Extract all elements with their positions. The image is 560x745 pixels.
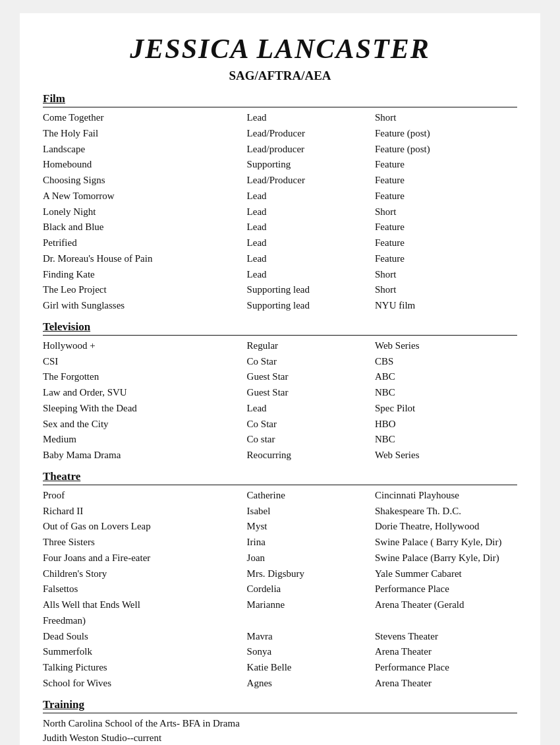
list-item: North Carolina School of the Arts- BFA i… <box>43 716 517 731</box>
training-section-header: Training <box>43 698 517 711</box>
table-row: Come TogetherLeadShort <box>43 110 517 126</box>
table-row: Sleeping With the DeadLeadSpec Pilot <box>43 401 517 417</box>
table-row: Dead SoulsMavraStevens Theater <box>43 629 517 645</box>
table-row: Three SistersIrinaSwine Palace ( Barry K… <box>43 535 517 551</box>
table-row: Girl with SunglassesSupporting leadNYU f… <box>43 298 517 314</box>
film-table: Come TogetherLeadShortThe Holy FailLead/… <box>43 110 517 314</box>
table-row: The ForgottenGuest StarABC <box>43 369 517 385</box>
table-row: ProofCatherineCincinnati Playhouse <box>43 488 517 504</box>
table-row: PetrifiedLeadFeature <box>43 235 517 251</box>
table-row: HomeboundSupportingFeature <box>43 157 517 173</box>
table-row: School for WivesAgnesArena Theater <box>43 676 517 692</box>
table-row: Dr. Moreau's House of PainLeadFeature <box>43 251 517 267</box>
training-block: North Carolina School of the Arts- BFA i… <box>43 716 517 746</box>
table-row: Hollywood +RegularWeb Series <box>43 338 517 354</box>
theatre-table: ProofCatherineCincinnati PlayhouseRichar… <box>43 488 517 692</box>
table-row: Out of Gas on Lovers LeapMystDorie Theat… <box>43 519 517 535</box>
table-row: CSICo StarCBS <box>43 354 517 370</box>
table-row: Freedman) <box>43 613 517 629</box>
table-row: SummerfolkSonyaArena Theater <box>43 644 517 660</box>
table-row: Finding KateLeadShort <box>43 267 517 283</box>
resume-page: JESSICA LANCASTER SAG/AFTRA/AEA Film Com… <box>20 13 540 745</box>
table-row: The Leo ProjectSupporting leadShort <box>43 282 517 298</box>
table-row: Law and Order, SVUGuest StarNBC <box>43 385 517 401</box>
name-title: JESSICA LANCASTER <box>43 33 517 65</box>
theatre-divider <box>43 485 517 485</box>
table-row: The Holy FailLead/ProducerFeature (post) <box>43 126 517 142</box>
television-table: Hollywood +RegularWeb SeriesCSICo StarCB… <box>43 338 517 463</box>
table-row: Alls Well that Ends WellMarianneArena Th… <box>43 597 517 613</box>
table-row: Baby Mama DramaReocurringWeb Series <box>43 448 517 463</box>
table-row: FalsettosCordeliaPerformance Place <box>43 581 517 597</box>
table-row: Black and BlueLeadFeature <box>43 220 517 235</box>
table-row: Richard IIIsabelShakespeare Th. D.C. <box>43 504 517 520</box>
table-row: A New TomorrowLeadFeature <box>43 189 517 204</box>
table-row: LandscapeLead/producerFeature (post) <box>43 142 517 158</box>
television-divider <box>43 335 517 336</box>
list-item: Judith Weston Studio--current <box>43 730 517 745</box>
film-divider <box>43 107 517 107</box>
table-row: Sex and the CityCo StarHBO <box>43 417 517 432</box>
table-row: Talking PicturesKatie BellePerformance P… <box>43 660 517 676</box>
union-title: SAG/AFTRA/AEA <box>43 69 517 83</box>
table-row: MediumCo starNBC <box>43 432 517 448</box>
theatre-section-header: Theatre <box>43 470 517 483</box>
film-section-header: Film <box>43 92 517 105</box>
table-row: Four Joans and a Fire-eaterJoanSwine Pal… <box>43 551 517 566</box>
table-row: Choosing SignsLead/ProducerFeature <box>43 173 517 189</box>
television-section-header: Television <box>43 320 517 334</box>
training-divider <box>43 713 517 713</box>
table-row: Lonely NightLeadShort <box>43 204 517 220</box>
table-row: Children's StoryMrs. DigsburyYale Summer… <box>43 566 517 582</box>
